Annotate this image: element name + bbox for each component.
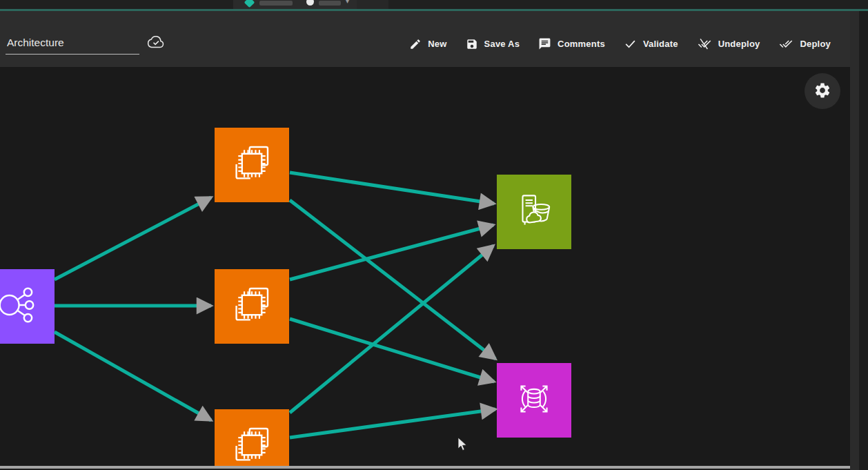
user-avatar-icon <box>306 0 314 6</box>
gear-icon <box>813 81 831 101</box>
compute-chip-icon <box>228 281 276 332</box>
browser-tab-stub[interactable]: ▾ <box>233 0 357 9</box>
vertical-scrollbar[interactable] <box>850 11 859 470</box>
node-compute-1[interactable] <box>215 128 289 202</box>
action-button-label: Save As <box>484 39 520 49</box>
toolbar-actions: New Save As Comments Validate Undeploy D… <box>409 37 831 50</box>
canvas-settings-button[interactable] <box>805 73 840 109</box>
deploy-button[interactable]: Deploy <box>778 37 831 50</box>
cloud-saved-icon <box>146 34 166 52</box>
validate-button[interactable]: Validate <box>624 37 678 50</box>
browser-tab-strip: ▾ <box>0 0 868 9</box>
edge-load-balancer-to-compute-3[interactable] <box>55 332 211 420</box>
edge-compute-3-to-database[interactable] <box>290 409 495 438</box>
action-button-label: Deploy <box>800 39 831 49</box>
compute-chip-icon <box>228 421 276 466</box>
undeploy-button[interactable]: Undeploy <box>697 37 760 50</box>
node-compute-3[interactable] <box>215 409 289 466</box>
double-check-slash-icon <box>697 37 712 50</box>
save-icon <box>466 38 478 50</box>
comment-icon <box>538 37 551 50</box>
save-as-button[interactable]: Save As <box>466 38 520 50</box>
tab-title-fragment <box>259 1 293 6</box>
horizontal-scrollbar[interactable] <box>0 466 850 469</box>
app-logo-icon <box>244 0 255 8</box>
browser-tab-stub-2[interactable] <box>357 0 388 9</box>
check-icon <box>624 37 637 50</box>
new-button[interactable]: New <box>409 38 446 50</box>
action-button-label: Undeploy <box>718 39 760 49</box>
edge-compute-1-to-database[interactable] <box>290 200 495 359</box>
pencil-icon <box>409 38 422 50</box>
action-button-label: Comments <box>558 39 605 49</box>
edge-load-balancer-to-compute-1[interactable] <box>55 197 211 280</box>
edge-compute-2-to-database[interactable] <box>290 319 494 382</box>
node-compute-2[interactable] <box>215 269 289 344</box>
toolbar: New Save As Comments Validate Undeploy D… <box>0 11 850 67</box>
compute-chip-icon <box>228 139 276 190</box>
chevron-down-icon: ▾ <box>346 0 349 5</box>
node-database[interactable] <box>497 363 571 438</box>
app-window: ▾ New Save As Comments Validate <box>0 0 868 470</box>
node-load-balancer[interactable] <box>0 269 55 344</box>
edge-compute-2-to-storage[interactable] <box>290 225 493 280</box>
diagram-title-group <box>6 34 166 55</box>
node-storage[interactable] <box>497 175 571 249</box>
storage-backup-icon <box>511 188 557 236</box>
double-check-icon <box>778 37 793 50</box>
diagram-title-input[interactable] <box>6 35 139 55</box>
tab-title-fragment <box>319 1 341 6</box>
comments-button[interactable]: Comments <box>538 37 605 50</box>
diagram-canvas[interactable] <box>0 67 850 466</box>
action-button-label: Validate <box>643 39 678 49</box>
action-button-label: New <box>428 39 446 49</box>
scalable-database-icon <box>511 376 557 424</box>
edge-compute-1-to-storage[interactable] <box>290 173 494 204</box>
load-balancer-icon <box>0 282 40 331</box>
edge-layer <box>0 67 850 466</box>
edge-compute-3-to-storage[interactable] <box>290 246 493 413</box>
